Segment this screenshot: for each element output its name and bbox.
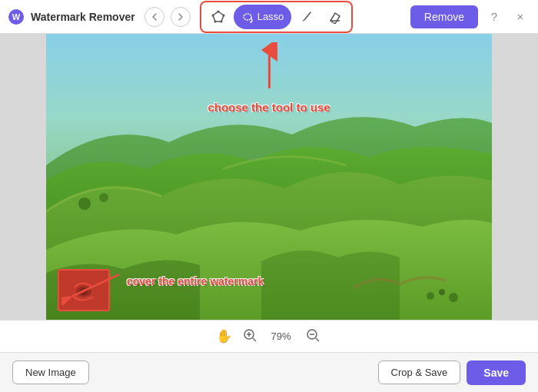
title-bar: W Watermark Remover (0, 0, 538, 34)
lasso-tool-button[interactable]: Lasso (234, 5, 292, 29)
image-container[interactable]: choose the tool to use (46, 34, 492, 320)
forward-button[interactable] (171, 7, 191, 27)
remove-button[interactable]: Remove (410, 5, 478, 28)
svg-line-30 (316, 338, 319, 341)
svg-point-13 (99, 193, 108, 202)
watermark-hint-text: cover the entire watermark (127, 274, 227, 288)
new-image-button[interactable]: New Image (12, 360, 89, 384)
canvas-area: choose the tool to use (0, 34, 538, 320)
zoom-in-button[interactable] (240, 327, 260, 347)
svg-line-9 (304, 12, 311, 20)
brush-tool-button[interactable] (294, 5, 319, 29)
lasso-label: Lasso (257, 11, 284, 22)
svg-point-14 (427, 292, 434, 300)
svg-point-4 (222, 14, 224, 16)
svg-point-12 (78, 198, 91, 210)
close-button[interactable]: × (510, 7, 530, 27)
zoom-bar: ✋ 79% (0, 320, 538, 352)
svg-point-5 (220, 20, 222, 22)
hand-tool-icon[interactable]: ✋ (216, 328, 232, 344)
svg-point-8 (244, 14, 251, 20)
zoom-value: 79% (267, 331, 295, 342)
app-title: Watermark Remover (31, 11, 135, 23)
svg-line-27 (253, 338, 256, 341)
app-logo: W (8, 8, 25, 25)
choose-tool-text: choose the tool to use (208, 101, 330, 114)
eraser-tool-button[interactable] (322, 5, 347, 29)
choose-tool-hint: choose the tool to use (208, 42, 330, 114)
save-button[interactable]: Save (467, 360, 526, 385)
footer-bar: New Image Crop & Save Save (0, 352, 538, 392)
svg-line-23 (73, 274, 119, 296)
svg-marker-2 (213, 12, 224, 22)
tool-group: Lasso (200, 1, 354, 33)
svg-text:W: W (12, 12, 21, 22)
polygon-tool-button[interactable] (206, 5, 231, 29)
svg-point-15 (439, 289, 445, 295)
back-button[interactable] (144, 7, 164, 27)
svg-point-7 (211, 14, 214, 16)
zoom-out-button[interactable] (303, 327, 323, 347)
svg-point-6 (214, 20, 216, 22)
svg-point-16 (449, 293, 458, 302)
image-background: choose the tool to use (46, 34, 492, 320)
crop-save-button[interactable]: Crop & Save (378, 360, 461, 384)
help-button[interactable]: ? (484, 7, 504, 27)
svg-point-3 (217, 10, 219, 12)
